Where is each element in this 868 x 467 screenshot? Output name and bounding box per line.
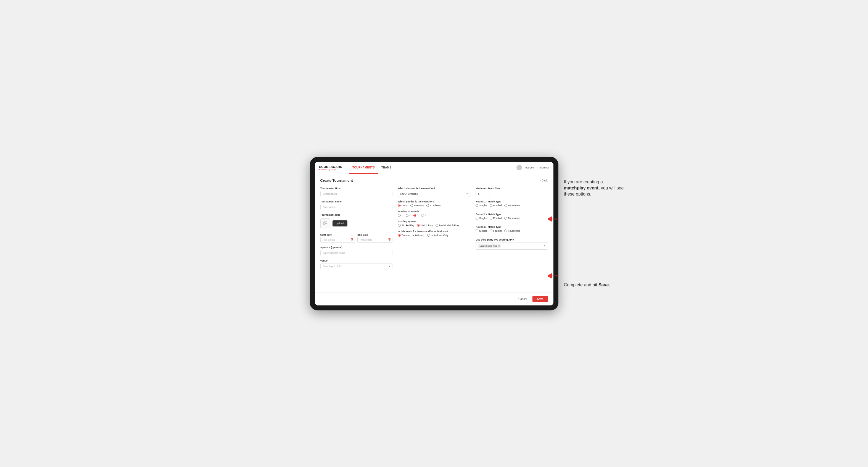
nav-tab-teams[interactable]: TEAMS (378, 162, 395, 174)
tournament-name-label: Tournament name (320, 200, 393, 203)
form-col-1: Tournament Host Tournament name Tourname… (320, 187, 393, 269)
form-col-3: Maximum Team Size Round 1 - Match Type S… (475, 187, 548, 269)
arrow-right-icon (548, 215, 562, 223)
gender-label: Which gender is the event for? (398, 200, 470, 203)
logo-placeholder (320, 218, 330, 228)
start-date-input[interactable] (320, 237, 355, 243)
round3-foursomes[interactable]: Foursomes (504, 229, 520, 232)
division-select[interactable]: NCAA Division I (398, 191, 470, 197)
page-header: Create Tournament Back (320, 178, 548, 183)
api-group: Use third-party live scoring API? Leader… (475, 238, 548, 250)
scoring-radio-group: Stroke Play Match Play Medal Match Play (398, 224, 470, 227)
brand-subtitle: Powered by clippit (319, 168, 342, 170)
round-4[interactable]: 4 (421, 214, 426, 217)
round2-foursomes[interactable]: Foursomes (504, 217, 520, 220)
teams-radio-group: Teams (+Individuals) Individuals Only (398, 234, 470, 237)
tournament-host-group: Tournament Host (320, 187, 393, 197)
round1-foursomes[interactable]: Foursomes (504, 204, 520, 207)
max-team-size-input[interactable] (475, 191, 489, 197)
rounds-label: Number of rounds (398, 210, 470, 213)
annotation-save: Complete and hit Save. (564, 282, 625, 288)
round3-radio-group: Singles Fourball Foursomes (475, 229, 548, 232)
max-team-size-group: Maximum Team Size (475, 187, 548, 197)
dates-group: Start date 📅 End date (320, 232, 393, 243)
api-chevron-icon: ▾ (544, 244, 546, 247)
gender-womens[interactable]: Womens (410, 204, 424, 207)
tournament-name-input[interactable] (320, 204, 393, 210)
round3-label: Round 3 - Match Type (475, 226, 548, 228)
back-link[interactable]: Back (540, 179, 548, 182)
signout-button[interactable]: Sign out (539, 166, 549, 169)
form-grid: Tournament Host Tournament name Tourname… (320, 187, 548, 269)
user-name: Test User (524, 166, 535, 169)
api-remove-icon[interactable]: × (498, 244, 500, 247)
scoring-label: Scoring system (398, 220, 470, 223)
arrow-bottom-icon (548, 272, 562, 280)
division-group: Which division is the event for? NCAA Di… (398, 187, 470, 197)
round2-label: Round 2 - Match Type (475, 213, 548, 216)
round2-singles[interactable]: Singles (475, 217, 488, 220)
upload-button[interactable]: Upload (333, 220, 348, 226)
round3-singles[interactable]: Singles (475, 229, 488, 232)
annotation-matchplay: If you are creating a matchplay event, y… (564, 179, 625, 197)
api-label: Use third-party live scoring API? (475, 238, 548, 241)
nav-right: Test User | Sign out (517, 165, 549, 170)
scoring-stroke-play[interactable]: Stroke Play (398, 224, 414, 227)
navigation: SCOREBOARD Powered by clippit TOURNAMENT… (315, 162, 553, 174)
venue-input[interactable] (320, 263, 393, 269)
scoring-match-play[interactable]: Match Play (417, 224, 433, 227)
scoring-medal-match[interactable]: Medal Match Play (436, 224, 459, 227)
round1-fourball[interactable]: Fourball (490, 204, 502, 207)
end-date-input[interactable] (358, 237, 393, 243)
round3-fourball[interactable]: Fourball (490, 229, 502, 232)
round1-match-type: Round 1 - Match Type Singles Fourball (475, 200, 548, 207)
division-label: Which division is the event for? (398, 187, 470, 190)
avatar (517, 165, 522, 170)
nav-tab-tournaments[interactable]: TOURNAMENTS (349, 162, 378, 174)
brand-logo: SCOREBOARD Powered by clippit (319, 165, 342, 170)
sponsor-group: Sponsor (optional) (320, 246, 393, 256)
tournament-logo-group: Tournament logo Upload (320, 214, 393, 228)
round2-fourball[interactable]: Fourball (490, 217, 502, 220)
brand-title: SCOREBOARD (319, 165, 342, 168)
gender-combined[interactable]: Combined (426, 204, 441, 207)
venue-group: Venue (320, 259, 393, 269)
round-2[interactable]: 2 (406, 214, 411, 217)
gender-mens[interactable]: Mens (398, 204, 408, 207)
calendar-icon-end: 📅 (388, 238, 391, 241)
end-date-label: End date (358, 234, 368, 236)
round1-singles[interactable]: Singles (475, 204, 488, 207)
main-content: Create Tournament Back Tournament Host T… (315, 174, 553, 292)
api-tag: Leaderboard King × (478, 244, 501, 248)
sponsor-input[interactable] (320, 250, 393, 256)
tournament-host-input[interactable] (320, 191, 393, 197)
teams-plus-individuals[interactable]: Teams (+Individuals) (398, 234, 425, 237)
gender-group: Which gender is the event for? Mens Wome… (398, 200, 470, 207)
teams-group: Is this event for Teams and/or Individua… (398, 230, 470, 237)
teams-label: Is this event for Teams and/or Individua… (398, 230, 470, 233)
image-icon (323, 221, 328, 226)
svg-point-1 (324, 222, 325, 223)
calendar-icon: 📅 (350, 238, 353, 241)
scoring-group: Scoring system Stroke Play Match Play (398, 220, 470, 227)
round1-radio-group: Singles Fourball Foursomes (475, 204, 548, 207)
nav-tabs: TOURNAMENTS TEAMS (349, 162, 395, 174)
page-title: Create Tournament (320, 178, 353, 183)
tournament-logo-label: Tournament logo (320, 214, 393, 216)
start-date-label: Start date (320, 234, 332, 236)
sponsor-label: Sponsor (optional) (320, 246, 393, 249)
round3-match-type: Round 3 - Match Type Singles Fourball (475, 226, 548, 232)
round2-match-type: Round 2 - Match Type Singles Fourball (475, 213, 548, 220)
end-date-group: End date 📅 (358, 232, 393, 243)
rounds-radio-group: 1 2 3 (398, 214, 470, 217)
api-select[interactable]: Leaderboard King × ▾ (475, 242, 548, 250)
form-col-2: Which division is the event for? NCAA Di… (398, 187, 470, 269)
round-3[interactable]: 3 (413, 214, 418, 217)
round1-label: Round 1 - Match Type (475, 200, 548, 203)
round-1[interactable]: 1 (398, 214, 403, 217)
logo-upload-area: Upload (320, 218, 393, 228)
individuals-only[interactable]: Individuals Only (427, 234, 448, 237)
save-button[interactable]: Save (532, 296, 548, 302)
rounds-group: Number of rounds 1 2 (398, 210, 470, 217)
cancel-button[interactable]: Cancel (515, 296, 530, 302)
